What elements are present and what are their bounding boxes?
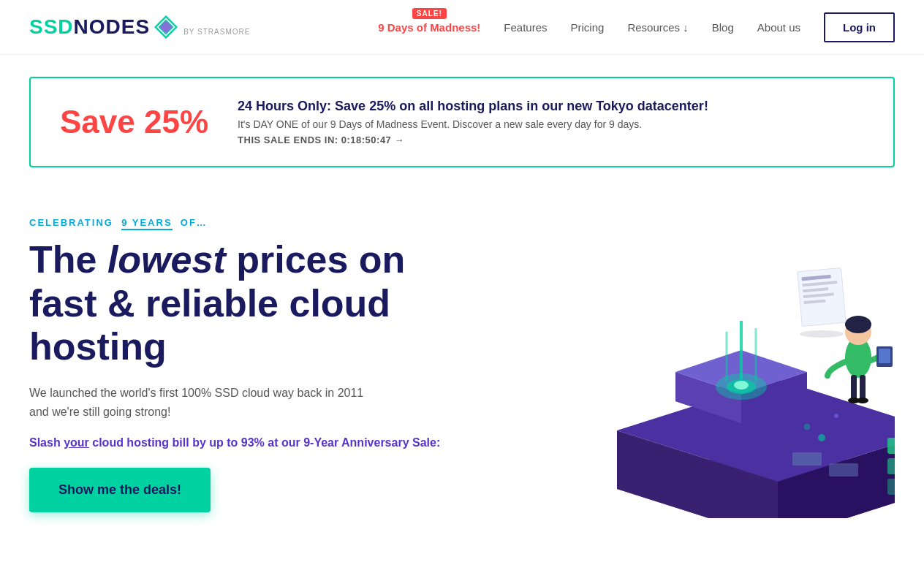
svg-point-27 <box>845 316 871 333</box>
svg-point-40 <box>804 424 810 430</box>
logo-byline: BY STRASMORE <box>183 28 250 36</box>
hero-text-block: CELEBRATING 9 YEARS OF… The lowest price… <box>29 217 468 513</box>
svg-point-39 <box>818 434 825 441</box>
show-deals-button[interactable]: Show me the deals! <box>29 468 211 512</box>
svg-rect-37 <box>792 452 822 466</box>
logo-nodes: NODES <box>74 15 151 39</box>
svg-rect-35 <box>887 458 895 474</box>
celebrating-years: 9 YEARS <box>121 217 172 230</box>
sale-badge: SALE! <box>412 8 447 19</box>
svg-rect-29 <box>860 375 866 400</box>
hero-section: CELEBRATING 9 YEARS OF… The lowest price… <box>0 182 924 547</box>
hero-heading: The lowest prices on fast & reliable clo… <box>29 238 468 369</box>
svg-rect-34 <box>887 438 895 454</box>
banner-countdown[interactable]: THIS SALE ENDS IN: 0:18:50:47 → <box>238 134 708 145</box>
promo-banner: Save 25% 24 Hours Only: Save 25% on all … <box>29 77 895 167</box>
svg-point-17 <box>734 381 749 390</box>
celebrating-label: CELEBRATING 9 YEARS OF… <box>29 217 468 228</box>
login-button[interactable]: Log in <box>824 12 895 42</box>
banner-description: It's DAY ONE of our 9 Days of Madness Ev… <box>238 118 708 130</box>
banner-content: 24 Hours Only: Save 25% on all hosting p… <box>238 99 708 145</box>
svg-point-24 <box>800 330 844 338</box>
nav-link-pricing[interactable]: Pricing <box>571 21 605 34</box>
svg-rect-33 <box>879 349 890 363</box>
svg-rect-28 <box>851 375 857 400</box>
logo-diamond-icon <box>154 15 178 39</box>
iso-scene-svg <box>471 211 895 518</box>
svg-point-31 <box>857 398 868 403</box>
logo-link[interactable]: SSD NODES BY STRASMORE <box>29 15 250 39</box>
banner-title: 24 Hours Only: Save 25% on all hosting p… <box>238 99 708 114</box>
nav-links: SALE! 9 Days of Madness! Features Pricin… <box>378 21 800 34</box>
hero-illustration <box>471 211 895 518</box>
banner-save-text: Save 25% <box>60 104 208 140</box>
svg-point-41 <box>834 414 838 418</box>
sale-nav-item[interactable]: SALE! 9 Days of Madness! <box>378 21 480 34</box>
hero-subtext: We launched the world's first 100% SSD c… <box>29 384 380 421</box>
sale-link[interactable]: 9 Days of Madness! <box>378 21 480 34</box>
hero-heading-italic: lowest <box>107 238 226 281</box>
hero-heading-before: The <box>29 238 107 281</box>
svg-rect-38 <box>829 463 858 476</box>
cta-after: cloud hosting bill by up to 93% at our 9… <box>89 436 440 449</box>
countdown-link[interactable]: THIS SALE ENDS IN: 0:18:50:47 → <box>238 134 404 145</box>
nav-link-about[interactable]: About us <box>757 21 800 34</box>
logo-ssd: SSD <box>29 15 74 39</box>
cta-your-link[interactable]: your <box>64 436 89 449</box>
nav-link-features[interactable]: Features <box>504 21 547 34</box>
nav-link-resources[interactable]: Resources ↓ <box>627 21 688 34</box>
cta-before: Slash <box>29 436 64 449</box>
hero-cta-text: Slash your cloud hosting bill by up to 9… <box>29 434 468 452</box>
nav-link-blog[interactable]: Blog <box>712 21 734 34</box>
navbar: SSD NODES BY STRASMORE SALE! 9 Days of M… <box>0 0 924 55</box>
svg-rect-36 <box>887 479 895 495</box>
